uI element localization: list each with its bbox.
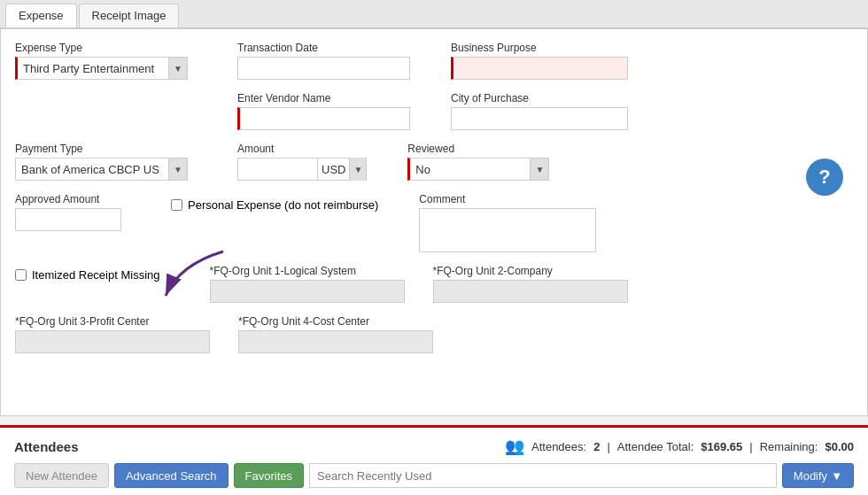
form-row-6: *FQ-Org Unit 3-Profit Center *FQ-Org Uni… [15, 315, 853, 353]
fq-org1-label: *FQ-Org Unit 1-Logical System [210, 265, 405, 277]
reviewed-select[interactable]: No [407, 158, 549, 181]
people-icon: 👥 [505, 437, 524, 456]
remaining-label: Remaining: [760, 440, 818, 453]
modify-label: Modify [794, 469, 827, 483]
expense-type-select[interactable]: Third Party Entertainment [15, 57, 188, 80]
amount-input[interactable]: 169.65 [237, 158, 317, 181]
vendor-name-group: Enter Vendor Name HARRY & IZZY'S DOWNTOW… [237, 92, 410, 130]
fq-org4-input[interactable] [238, 330, 433, 353]
expense-type-dropdown-arrow[interactable]: ▼ [168, 57, 188, 80]
attendees-count: 2 [593, 440, 600, 453]
transaction-date-label: Transaction Date [237, 42, 410, 54]
attendees-section: Attendees 👥 Attendees: 2 | Attendee Tota… [0, 425, 868, 495]
personal-expense-group: Personal Expense (do not reimburse) [171, 198, 378, 212]
personal-expense-checkbox[interactable] [171, 199, 182, 211]
search-recently-used-input[interactable] [309, 463, 777, 488]
city-group: City of Purchase Indianapolis, Indiana [451, 92, 628, 130]
separator-2: | [749, 440, 752, 453]
currency-dropdown-btn[interactable]: ▼ [349, 158, 366, 181]
attendee-total: $169.65 [701, 440, 742, 453]
attendees-title: Attendees [14, 439, 79, 454]
currency-select: USD ▼ [317, 158, 367, 181]
fq-org3-input[interactable] [15, 330, 210, 353]
separator-1: | [607, 440, 609, 453]
approved-amount-input[interactable]: 169.65 [15, 208, 121, 231]
comment-label: Comment [419, 193, 596, 205]
business-purpose-group: Business Purpose [451, 42, 628, 80]
tab-receipt-image[interactable]: Receipt Image [79, 4, 180, 27]
content-area: Expense Type Third Party Entertainment ▼… [0, 28, 868, 416]
amount-field-group: 169.65 USD ▼ [237, 158, 367, 181]
itemized-receipt-checkbox[interactable] [15, 269, 27, 281]
comment-group: Comment [419, 193, 596, 252]
reviewed-label: Reviewed [407, 143, 549, 155]
attendees-count-label: Attendees: [531, 440, 586, 453]
expense-type-select-wrapper: Third Party Entertainment ▼ [15, 57, 188, 80]
comment-input[interactable] [419, 208, 596, 252]
fq-org1-group: *FQ-Org Unit 1-Logical System [210, 265, 405, 303]
remaining-value: $0.00 [825, 440, 854, 453]
expense-type-group: Expense Type Third Party Entertainment ▼ [15, 42, 188, 80]
fq-org3-label: *FQ-Org Unit 3-Profit Center [15, 315, 210, 328]
form-row-5: Itemized Receipt Missing *FQ-Org Unit 1-… [15, 265, 853, 303]
city-input[interactable]: Indianapolis, Indiana [451, 107, 628, 130]
payment-type-label: Payment Type [15, 143, 188, 155]
currency-value: USD [318, 159, 349, 180]
itemized-receipt-label: Itemized Receipt Missing [32, 268, 160, 282]
fq-org4-group: *FQ-Org Unit 4-Cost Center [238, 315, 433, 353]
vendor-name-input[interactable]: HARRY & IZZY'S DOWNTOWN [237, 107, 410, 130]
fq-org4-label: *FQ-Org Unit 4-Cost Center [238, 315, 433, 328]
reviewed-select-wrapper: No ▼ [407, 158, 549, 181]
content-wrapper: Expense Type Third Party Entertainment ▼… [15, 42, 853, 353]
personal-expense-label: Personal Expense (do not reimburse) [188, 198, 378, 212]
form-row-3: Payment Type Bank of America CBCP US ▼ A… [15, 143, 853, 181]
form-row-2: Enter Vendor Name HARRY & IZZY'S DOWNTOW… [15, 92, 853, 130]
attendees-toolbar: New Attendee Advanced Search Favorites M… [0, 463, 868, 495]
fq-org2-label: *FQ-Org Unit 2-Company [433, 265, 628, 277]
vendor-name-label: Enter Vendor Name [237, 92, 410, 104]
business-purpose-input[interactable] [451, 57, 628, 80]
main-container: Expense Receipt Image Expense Type Third… [0, 0, 868, 495]
amount-label: Amount [237, 143, 367, 155]
attendees-header: Attendees 👥 Attendees: 2 | Attendee Tota… [0, 437, 868, 463]
itemized-receipt-checkbox-row: Itemized Receipt Missing [15, 268, 160, 282]
business-purpose-label: Business Purpose [451, 42, 628, 54]
fq-org3-group: *FQ-Org Unit 3-Profit Center [15, 315, 210, 353]
attendees-stats: 👥 Attendees: 2 | Attendee Total: $169.65… [505, 437, 854, 456]
city-label: City of Purchase [451, 92, 628, 104]
tab-bar: Expense Receipt Image [0, 0, 868, 28]
advanced-search-button[interactable]: Advanced Search [114, 463, 229, 488]
fq-org1-input[interactable] [210, 280, 405, 303]
fq-org2-input[interactable] [433, 280, 628, 303]
reviewed-dropdown-arrow[interactable]: ▼ [530, 158, 549, 181]
personal-expense-checkbox-row: Personal Expense (do not reimburse) [171, 198, 378, 212]
approved-amount-group: Approved Amount 169.65 [15, 193, 121, 231]
reviewed-group: Reviewed No ▼ [407, 143, 549, 181]
fq-org2-group: *FQ-Org Unit 2-Company [433, 265, 628, 303]
approved-amount-label: Approved Amount [15, 193, 121, 205]
help-button[interactable]: ? [806, 159, 843, 196]
attendee-total-label: Attendee Total: [617, 440, 694, 453]
favorites-button[interactable]: Favorites [234, 463, 304, 488]
modify-button[interactable]: Modify ▼ [782, 463, 854, 488]
payment-type-select-wrapper: Bank of America CBCP US ▼ [15, 158, 188, 181]
form-row-1: Expense Type Third Party Entertainment ▼… [15, 42, 853, 80]
new-attendee-button[interactable]: New Attendee [14, 463, 109, 488]
payment-type-dropdown-arrow[interactable]: ▼ [168, 158, 188, 181]
form-row-4: Approved Amount 169.65 Personal Expense … [15, 193, 853, 252]
modify-dropdown-arrow: ▼ [831, 469, 842, 483]
expense-type-label: Expense Type [15, 42, 188, 54]
transaction-date-input[interactable]: 06/28/2022 [237, 57, 410, 80]
itemized-receipt-group: Itemized Receipt Missing [15, 268, 160, 282]
tab-expense[interactable]: Expense [5, 4, 77, 27]
amount-group: Amount 169.65 USD ▼ [237, 143, 367, 181]
transaction-date-group: Transaction Date 06/28/2022 [237, 42, 410, 80]
payment-type-select[interactable]: Bank of America CBCP US [15, 158, 188, 181]
payment-type-group: Payment Type Bank of America CBCP US ▼ [15, 143, 188, 181]
